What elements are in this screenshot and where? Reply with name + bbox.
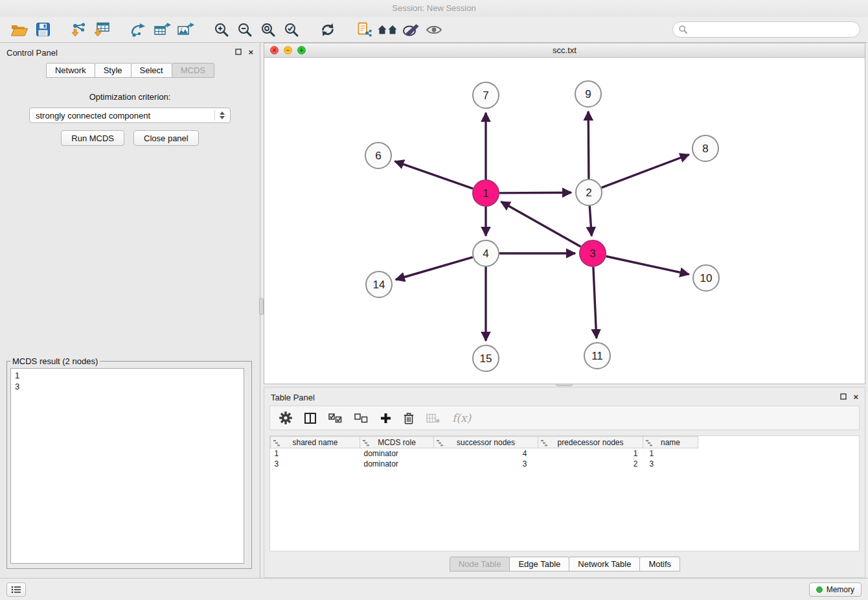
- show-column-button[interactable]: [304, 413, 316, 424]
- minimize-window-button[interactable]: −: [284, 46, 292, 54]
- node-10[interactable]: 10: [693, 265, 719, 291]
- import-network-icon: [71, 22, 87, 37]
- vertical-splitter-handle[interactable]: [259, 298, 264, 315]
- dropdown-arrows-icon: [214, 110, 227, 121]
- refresh-icon: [320, 22, 336, 38]
- open-session-button[interactable]: [8, 19, 31, 40]
- edge-1-6[interactable]: [395, 161, 474, 189]
- column-header-name[interactable]: name: [643, 437, 698, 448]
- tab-edge-table[interactable]: Edge Table: [509, 557, 569, 571]
- zoom-fit-button[interactable]: [257, 19, 280, 40]
- cell-shared-name: 3: [271, 459, 360, 469]
- cell-predecessor-nodes: 1: [538, 448, 643, 459]
- node-15[interactable]: 15: [473, 345, 499, 371]
- function-builder-button: f(x): [452, 411, 471, 424]
- cell-mcds-role: dominator: [360, 459, 434, 469]
- column-header-predecessor-nodes[interactable]: predecessor nodes: [538, 437, 643, 448]
- tab-network-table[interactable]: Network Table: [569, 557, 640, 571]
- tab-mcds[interactable]: MCDS: [172, 63, 214, 78]
- tab-network[interactable]: Network: [46, 63, 95, 78]
- node-1[interactable]: 1: [473, 180, 499, 206]
- node-label: 14: [373, 279, 385, 291]
- node-8[interactable]: 8: [692, 135, 718, 161]
- zoom-window-button[interactable]: +: [297, 46, 306, 54]
- zoom-out-button[interactable]: [233, 19, 257, 40]
- network-from-clipboard-button[interactable]: [352, 19, 376, 40]
- mcds-result-line: 3: [15, 381, 240, 392]
- zoom-in-icon: [214, 22, 229, 38]
- node-label: 2: [586, 187, 591, 199]
- first-neighbors-button[interactable]: [376, 19, 399, 40]
- cell-shared-name: 1: [271, 448, 360, 459]
- main-toolbar: [0, 17, 868, 43]
- tab-motifs[interactable]: Motifs: [639, 557, 680, 571]
- table-row[interactable]: 1 dominator 4 1 1: [271, 448, 698, 459]
- select-all-rows-button[interactable]: [328, 413, 342, 423]
- zoom-fit-icon: [260, 22, 276, 38]
- column-header-shared-name[interactable]: shared name: [271, 437, 360, 448]
- node-2[interactable]: 2: [576, 179, 602, 205]
- new-network-button[interactable]: [127, 19, 150, 40]
- node-11[interactable]: 11: [584, 343, 610, 369]
- search-box[interactable]: [672, 21, 860, 38]
- table-row[interactable]: 3 dominator 3 2 3: [271, 459, 698, 469]
- close-window-button[interactable]: ×: [270, 46, 279, 54]
- window-title: Session: New Session: [392, 3, 475, 13]
- mcds-result-line: 1: [15, 370, 240, 381]
- edge-1-2[interactable]: [499, 192, 571, 193]
- cell-name: 1: [643, 448, 698, 459]
- gear-icon: [279, 411, 292, 424]
- delete-row-button[interactable]: [404, 412, 414, 424]
- node-3[interactable]: 3: [580, 240, 606, 266]
- tab-style[interactable]: Style: [95, 63, 131, 78]
- edge-4-14[interactable]: [396, 257, 473, 280]
- ui-settings-button[interactable]: [6, 583, 26, 597]
- save-icon: [36, 23, 50, 36]
- tab-select[interactable]: Select: [131, 63, 172, 78]
- close-table-panel-button[interactable]: ×: [853, 393, 858, 401]
- edge-3-10[interactable]: [606, 257, 689, 275]
- run-mcds-button[interactable]: Run MCDS: [61, 130, 124, 146]
- close-mcds-panel-button[interactable]: Close panel: [133, 130, 199, 146]
- cell-predecessor-nodes: 2: [538, 459, 643, 469]
- network-window-titlebar[interactable]: × − + scc.txt: [264, 43, 865, 58]
- node-6[interactable]: 6: [365, 143, 391, 168]
- node-14[interactable]: 14: [366, 271, 392, 297]
- table-settings-button[interactable]: [279, 411, 292, 424]
- column-header-successor-nodes[interactable]: successor nodes: [434, 437, 538, 448]
- node-label: 6: [375, 150, 381, 162]
- network-window-title: scc.txt: [553, 45, 577, 55]
- export-table-button[interactable]: [150, 19, 174, 40]
- close-control-panel-button[interactable]: ×: [248, 49, 253, 56]
- memory-button[interactable]: Memory: [809, 583, 862, 597]
- node-7[interactable]: 7: [473, 82, 499, 108]
- import-network-button[interactable]: [67, 19, 91, 40]
- edge-2-3[interactable]: [589, 206, 591, 236]
- column-header-mcds-role[interactable]: MCDS role: [360, 437, 434, 448]
- node-9[interactable]: 9: [575, 81, 601, 107]
- edge-2-9[interactable]: [588, 111, 589, 179]
- float-table-panel-button[interactable]: [840, 393, 847, 401]
- deselect-all-rows-button[interactable]: [354, 413, 368, 423]
- style-tool-button[interactable]: [399, 19, 422, 40]
- edge-3-1[interactable]: [501, 202, 581, 246]
- import-table-button[interactable]: [91, 19, 114, 40]
- network-canvas[interactable]: 7968124314101511: [264, 58, 865, 384]
- criterion-select[interactable]: strongly connected component: [29, 108, 231, 123]
- control-panel-title: Control Panel: [6, 48, 58, 58]
- export-image-button[interactable]: [174, 19, 197, 40]
- save-session-button[interactable]: [31, 19, 54, 40]
- open-folder-icon: [11, 23, 28, 36]
- zoom-selected-button[interactable]: [280, 19, 303, 40]
- tab-node-table[interactable]: Node Table: [450, 557, 510, 571]
- node-4[interactable]: 4: [473, 240, 499, 266]
- edge-3-11[interactable]: [593, 267, 597, 338]
- edge-2-8[interactable]: [602, 155, 689, 188]
- float-control-panel-button[interactable]: [235, 49, 242, 56]
- refresh-button[interactable]: [316, 19, 339, 40]
- mcds-result-list[interactable]: 1 3: [10, 368, 244, 564]
- create-column-button[interactable]: [380, 413, 391, 424]
- search-input[interactable]: [691, 25, 854, 34]
- zoom-in-button[interactable]: [210, 19, 233, 40]
- show-hide-button[interactable]: [422, 19, 446, 40]
